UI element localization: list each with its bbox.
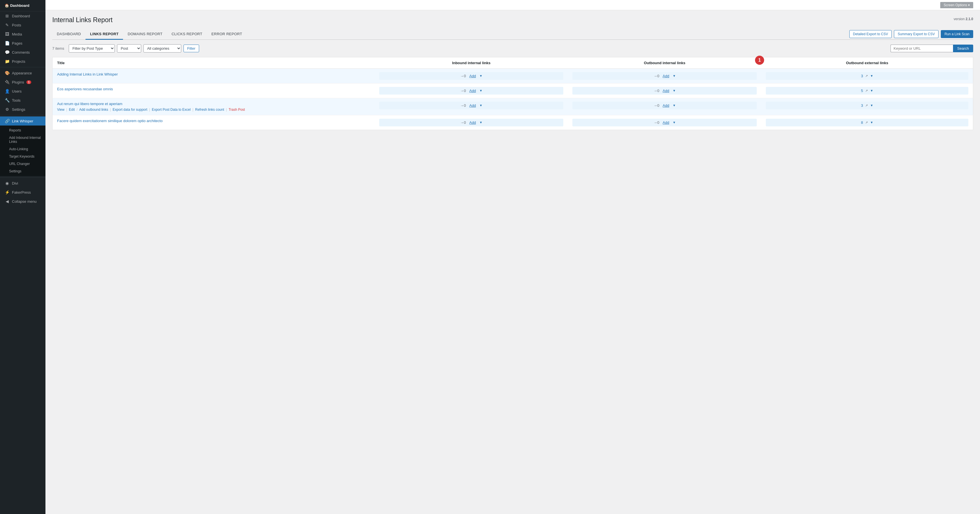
- inbound-count-3: →0: [460, 103, 466, 108]
- inbound-chevron-4[interactable]: ▼: [479, 121, 482, 124]
- sidebar-item-users[interactable]: 👤 Users: [0, 87, 45, 96]
- sidebar-item-dashboard[interactable]: ⊞ Dashboard: [0, 11, 45, 21]
- search-input[interactable]: [891, 45, 953, 52]
- outbound-int-cell-4: →0 Add ▼: [573, 119, 757, 126]
- sidebar-site-name: Dashboard: [10, 3, 30, 8]
- cell-inbound-3: →0 Add ▼: [375, 98, 568, 115]
- search-button[interactable]: Search: [953, 45, 973, 52]
- row-action-export-support-3[interactable]: Export data for support: [113, 108, 148, 111]
- submenu-add-inbound[interactable]: Add Inbound Internal Links: [0, 134, 45, 145]
- ext-arrow-4: ↗: [865, 121, 868, 124]
- sidebar-item-label: Dashboard: [12, 14, 30, 18]
- submenu-target-keywords[interactable]: Target Keywords: [0, 153, 45, 160]
- add-outbound-int-link-3[interactable]: Add: [663, 103, 669, 108]
- table-row: Facere quidem exercitationem similique d…: [52, 115, 973, 130]
- sidebar-item-posts[interactable]: ✎ Posts: [0, 21, 45, 30]
- post-title-link-2[interactable]: Eos asperiores recusandae omnis: [57, 87, 113, 91]
- outbound-int-cell-2: →0 Add ▼: [573, 87, 757, 95]
- outbound-ext-chevron-2[interactable]: ▼: [870, 89, 873, 92]
- cell-outbound-ext-1: 3 ↗ ▼: [761, 68, 973, 83]
- row-action-trash-3[interactable]: Trash Post: [229, 108, 245, 111]
- sidebar-item-divi[interactable]: ◉ Divi: [0, 178, 45, 188]
- tab-dashboard[interactable]: Dashboard: [52, 29, 86, 40]
- inbound-link-cell-4: →0 Add ▼: [379, 119, 563, 126]
- ext-arrow-1: ↗: [865, 74, 868, 78]
- run-scan-button[interactable]: Run a Link Scan: [941, 30, 973, 38]
- cell-inbound-4: →0 Add ▼: [375, 115, 568, 130]
- sidebar-item-collapse[interactable]: ◀ Collapse menu: [0, 197, 45, 206]
- row-action-add-outbound-3[interactable]: Add outbound links: [79, 108, 108, 111]
- filter-categories-select[interactable]: All categories: [143, 44, 181, 53]
- sidebar-item-projects[interactable]: 📁 Projects: [0, 57, 45, 66]
- table-row: Adding Internal Links in Link Whisper →0…: [52, 68, 973, 83]
- add-inbound-link-4[interactable]: Add: [469, 120, 476, 125]
- summary-export-button[interactable]: Summary Export to CSV: [894, 30, 939, 38]
- sidebar-item-label: Projects: [12, 59, 25, 64]
- add-inbound-link-3[interactable]: Add: [469, 103, 476, 108]
- submenu-settings[interactable]: Settings: [0, 167, 45, 175]
- row-action-refresh-3[interactable]: Refresh links count: [195, 108, 224, 111]
- sidebar-item-pages[interactable]: 📄 Pages: [0, 39, 45, 48]
- add-outbound-int-link-2[interactable]: Add: [663, 89, 669, 93]
- tab-clicks-report[interactable]: Clicks Report: [167, 29, 207, 40]
- screen-options-button[interactable]: Screen Options ▾: [940, 2, 973, 8]
- fakerpress-icon: ⚡: [5, 190, 10, 194]
- tab-links-report[interactable]: Links Report: [86, 29, 123, 40]
- sidebar-logo: 🏠 Dashboard: [0, 0, 45, 11]
- sidebar-item-tools[interactable]: 🔧 Tools: [0, 96, 45, 105]
- sidebar-item-appearance[interactable]: 🎨 Appearance: [0, 68, 45, 78]
- submenu-reports[interactable]: Reports: [0, 127, 45, 134]
- outbound-int-chevron-3[interactable]: ▼: [673, 103, 676, 107]
- inbound-chevron-2[interactable]: ▼: [479, 89, 482, 92]
- outbound-badge: 1: [755, 56, 764, 65]
- sidebar-item-fakerpress[interactable]: ⚡ FakerPress: [0, 188, 45, 197]
- outbound-int-chevron-2[interactable]: ▼: [673, 89, 676, 92]
- cell-inbound-1: →0 Add ▼: [375, 68, 568, 83]
- cell-outbound-int-1: →0 Add ▼: [568, 68, 761, 83]
- row-action-view-3[interactable]: View: [57, 108, 64, 111]
- outbound-ext-cell-3: 3 ↗ ▼: [766, 102, 968, 109]
- inbound-chevron-3[interactable]: ▼: [479, 103, 482, 107]
- sidebar-item-media[interactable]: 🖼 Media: [0, 30, 45, 39]
- version-text: version 2.1.0: [954, 17, 973, 21]
- users-icon: 👤: [5, 89, 10, 94]
- tab-domains-report[interactable]: Domains Report: [123, 29, 167, 40]
- outbound-ext-chevron-3[interactable]: ▼: [870, 103, 873, 107]
- row-action-edit-3[interactable]: Edit: [69, 108, 75, 111]
- add-outbound-int-link-4[interactable]: Add: [663, 120, 669, 125]
- add-inbound-link-2[interactable]: Add: [469, 89, 476, 93]
- filter-post-select[interactable]: Post Page: [117, 44, 141, 53]
- inbound-chevron-1[interactable]: ▼: [479, 74, 482, 78]
- post-title-link-4[interactable]: Facere quidem exercitationem similique d…: [57, 119, 162, 123]
- sidebar-item-label: Media: [12, 32, 22, 37]
- report-table: Title Inbound internal links Outbound in…: [52, 57, 973, 130]
- page-header: Internal Links Report version 2.1.0: [52, 16, 973, 24]
- submenu-auto-linking[interactable]: Auto-Linking: [0, 145, 45, 153]
- outbound-int-chevron-4[interactable]: ▼: [673, 121, 676, 124]
- outbound-ext-cell-2: 5 ↗ ▼: [766, 87, 968, 95]
- add-inbound-link-1[interactable]: Add: [469, 74, 476, 78]
- sidebar-item-plugins[interactable]: 🔌 Plugins 1: [0, 78, 45, 87]
- row-action-export-excel-3[interactable]: Export Post Data to Excel: [152, 108, 191, 111]
- outbound-ext-chevron-4[interactable]: ▼: [870, 121, 873, 124]
- detailed-export-button[interactable]: Detailed Export to CSV: [850, 30, 892, 38]
- post-title-link-1[interactable]: Adding Internal Links in Link Whisper: [57, 72, 118, 76]
- dashboard-icon: ⊞: [5, 14, 10, 18]
- plugins-badge: 1: [26, 80, 32, 84]
- post-title-link-3[interactable]: Aut rerum qui libero tempore et aperiam: [57, 102, 123, 106]
- toolbar-buttons: Detailed Export to CSV Summary Export to…: [850, 30, 973, 38]
- cell-inbound-2: →0 Add ▼: [375, 83, 568, 98]
- sidebar-item-comments[interactable]: 💬 Comments: [0, 48, 45, 57]
- tab-error-report[interactable]: Error Report: [207, 29, 247, 40]
- inbound-count-2: →0: [460, 89, 466, 93]
- submenu-url-changer[interactable]: URL Changer: [0, 160, 45, 167]
- filter-button[interactable]: Filter: [183, 45, 199, 52]
- sidebar-item-settings[interactable]: ⚙ Settings: [0, 105, 45, 114]
- tools-icon: 🔧: [5, 98, 10, 102]
- add-outbound-int-link-1[interactable]: Add: [663, 74, 669, 78]
- outbound-ext-chevron-1[interactable]: ▼: [870, 74, 873, 78]
- filter-post-type-select[interactable]: Filter by Post Type Post Page: [69, 44, 115, 53]
- sidebar-item-link-whisper[interactable]: 🔗 Link Whisper: [0, 116, 45, 126]
- outbound-ext-cell-4: 8 ↗ ▼: [766, 119, 968, 126]
- outbound-int-chevron-1[interactable]: ▼: [673, 74, 676, 78]
